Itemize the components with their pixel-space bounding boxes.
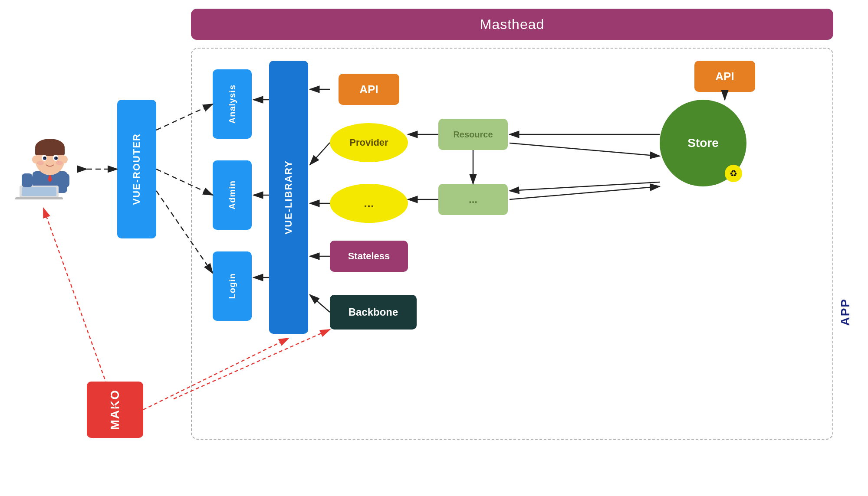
app-label: APP	[838, 298, 852, 326]
provider-label: Provider	[349, 137, 388, 148]
resource-dots-box: ...	[438, 184, 508, 215]
masthead-bar: Masthead	[191, 9, 833, 40]
svg-point-13	[56, 157, 57, 159]
svg-line-43	[43, 208, 115, 408]
admin-block: Admin	[213, 160, 252, 230]
diagram: Masthead APP	[0, 0, 868, 496]
svg-point-14	[37, 161, 44, 165]
stateless-box: Stateless	[330, 241, 408, 272]
svg-rect-19	[22, 173, 33, 187]
dots-label: ...	[364, 196, 374, 210]
svg-rect-17	[22, 187, 56, 196]
masthead-label: Masthead	[480, 16, 545, 33]
svg-point-15	[56, 161, 63, 165]
resource-dots-label: ...	[469, 193, 477, 206]
svg-rect-5	[35, 147, 65, 155]
analysis-label: Analysis	[227, 85, 237, 124]
vue-library-block: VUE-LIBRARY	[269, 61, 308, 334]
dots-ellipse: ...	[330, 184, 408, 223]
stateless-label: Stateless	[348, 251, 390, 262]
login-label: Login	[227, 273, 237, 299]
store-circle: Store ♻	[660, 100, 746, 186]
svg-point-12	[44, 157, 46, 159]
api-left-box: API	[339, 74, 399, 105]
admin-label: Admin	[227, 180, 237, 209]
backbone-label: Backbone	[349, 306, 398, 318]
vue-router-block: VUE-ROUTER	[117, 100, 156, 238]
person-avatar	[13, 126, 87, 199]
api-right-label: API	[715, 70, 734, 83]
vue-library-label: VUE-LIBRARY	[283, 160, 294, 235]
svg-rect-20	[59, 173, 69, 187]
api-left-label: API	[359, 83, 378, 96]
resource-label: Resource	[453, 130, 493, 140]
vue-router-label: VUE-ROUTER	[131, 133, 142, 205]
resource-main-box: Resource	[438, 119, 508, 150]
mako-label: MAKO	[108, 389, 122, 430]
api-right-box: API	[694, 61, 755, 92]
person-svg	[13, 126, 87, 199]
provider-ellipse: Provider	[330, 123, 408, 162]
login-block: Login	[213, 251, 252, 321]
analysis-block: Analysis	[213, 69, 252, 139]
mako-box: MAKO	[87, 382, 143, 438]
backbone-box: Backbone	[330, 295, 417, 330]
store-refresh-icon: ♻	[725, 165, 742, 182]
store-label: Store	[687, 136, 719, 150]
svg-rect-18	[15, 197, 63, 199]
